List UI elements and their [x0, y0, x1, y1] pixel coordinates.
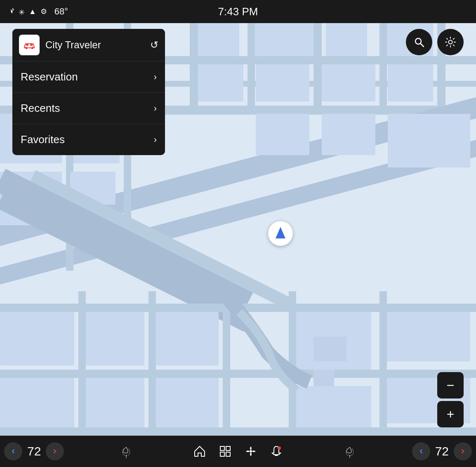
svg-rect-50: [313, 370, 334, 386]
svg-rect-7: [190, 23, 198, 106]
svg-rect-38: [379, 312, 470, 361]
location-marker: [268, 221, 293, 246]
app-header: City Traveler ↺: [12, 29, 165, 61]
status-left: ✳ ▲ ⚙ 68°: [8, 6, 68, 17]
svg-rect-46: [223, 291, 230, 444]
recents-menu-item[interactable]: Recents ›: [12, 93, 165, 124]
right-temp-decrease-button[interactable]: [412, 442, 430, 460]
svg-rect-53: [30, 44, 33, 46]
svg-rect-49: [313, 337, 346, 361]
svg-rect-8: [247, 23, 255, 106]
svg-rect-2: [252, 23, 313, 56]
svg-rect-48: [379, 291, 387, 444]
svg-rect-43: [0, 427, 476, 436]
fan-button[interactable]: [240, 440, 262, 462]
right-temp-increase-button[interactable]: [454, 442, 472, 460]
svg-rect-36: [153, 374, 219, 427]
map-controls-top: [406, 29, 464, 55]
svg-point-66: [278, 446, 281, 450]
svg-rect-27: [388, 114, 470, 167]
svg-rect-31: [0, 312, 74, 366]
svg-rect-35: [82, 374, 144, 427]
zoom-in-button[interactable]: +: [437, 401, 464, 427]
grid-icon: [219, 445, 232, 458]
svg-rect-13: [256, 64, 309, 101]
svg-rect-42: [0, 370, 476, 378]
svg-rect-34: [0, 374, 74, 427]
search-icon: [413, 36, 425, 48]
left-temp-decrease-button[interactable]: [4, 442, 22, 460]
left-temp-cluster: 72: [4, 442, 64, 460]
right-temperature: 72: [433, 444, 451, 458]
settings-button[interactable]: [437, 29, 464, 55]
status-time: 7:43 PM: [218, 5, 258, 18]
notification-icon: [270, 445, 283, 458]
app-panel: City Traveler ↺ Reservation › Recents › …: [12, 29, 165, 155]
reservation-label: Reservation: [21, 71, 78, 83]
svg-rect-60: [220, 446, 224, 450]
recents-label: Recents: [21, 102, 60, 115]
home-icon: [193, 445, 206, 458]
svg-rect-15: [388, 64, 433, 101]
map-area: City Traveler ↺ Reservation › Recents › …: [0, 23, 476, 444]
location-circle: [268, 221, 293, 246]
left-temp-increase-button[interactable]: [46, 442, 64, 460]
svg-rect-33: [153, 312, 219, 366]
svg-line-57: [421, 44, 424, 47]
left-vent-icon: [119, 444, 134, 459]
svg-rect-14: [322, 64, 375, 101]
svg-point-64: [250, 450, 252, 453]
fan-icon: [244, 445, 257, 458]
refresh-button[interactable]: ↺: [150, 39, 158, 51]
navigation-arrow: [276, 227, 285, 238]
app-icon-wrap: [19, 35, 40, 55]
grid-button[interactable]: [214, 440, 236, 462]
left-vent-button[interactable]: [115, 440, 137, 462]
svg-rect-12: [198, 64, 243, 101]
notification-button[interactable]: [265, 440, 287, 462]
favorites-chevron: ›: [154, 134, 157, 145]
left-chevron-icon: [10, 448, 16, 455]
svg-rect-51: [22, 38, 37, 52]
svg-rect-61: [226, 446, 230, 450]
right-vent-icon: [342, 444, 357, 459]
home-button[interactable]: [189, 440, 211, 462]
svg-rect-25: [256, 114, 309, 155]
right-chevron-icon: [52, 448, 58, 455]
signal-icon: ▲: [29, 7, 36, 16]
svg-rect-10: [379, 23, 387, 106]
right-chevron-left-icon: [418, 448, 424, 455]
svg-rect-44: [78, 291, 86, 444]
status-bar: ✳ ▲ ⚙ 68° 7:43 PM: [0, 0, 476, 23]
settings-status-icon: ⚙: [40, 7, 47, 16]
center-icons: [189, 440, 287, 462]
reservation-menu-item[interactable]: Reservation ›: [12, 61, 165, 93]
gear-icon: [445, 36, 456, 48]
svg-rect-9: [313, 23, 322, 106]
svg-rect-52: [26, 44, 28, 46]
svg-point-55: [32, 47, 33, 48]
svg-rect-45: [148, 291, 156, 444]
svg-rect-62: [220, 452, 224, 456]
right-temp-cluster: 72: [412, 442, 472, 460]
right-vent-button[interactable]: [339, 440, 361, 462]
status-temperature: 68°: [54, 6, 68, 17]
reservation-chevron: ›: [154, 72, 157, 83]
right-chevron-right-icon: [460, 448, 466, 455]
svg-rect-32: [82, 312, 144, 366]
search-button[interactable]: [406, 29, 432, 55]
bottom-bar: 72: [0, 436, 476, 467]
favorites-menu-item[interactable]: Favorites ›: [12, 124, 165, 155]
zoom-controls: − +: [437, 372, 464, 427]
car-icon: [22, 38, 37, 52]
svg-rect-26: [322, 114, 375, 155]
bluetooth-icon: ✳: [8, 7, 25, 17]
favorites-label: Favorites: [21, 133, 65, 146]
svg-point-54: [25, 47, 27, 48]
left-temperature: 72: [25, 444, 43, 458]
recents-chevron: ›: [154, 103, 157, 114]
svg-rect-3: [326, 23, 367, 56]
app-title: City Traveler: [45, 39, 150, 51]
svg-point-58: [449, 40, 452, 44]
zoom-out-button[interactable]: −: [437, 372, 464, 399]
